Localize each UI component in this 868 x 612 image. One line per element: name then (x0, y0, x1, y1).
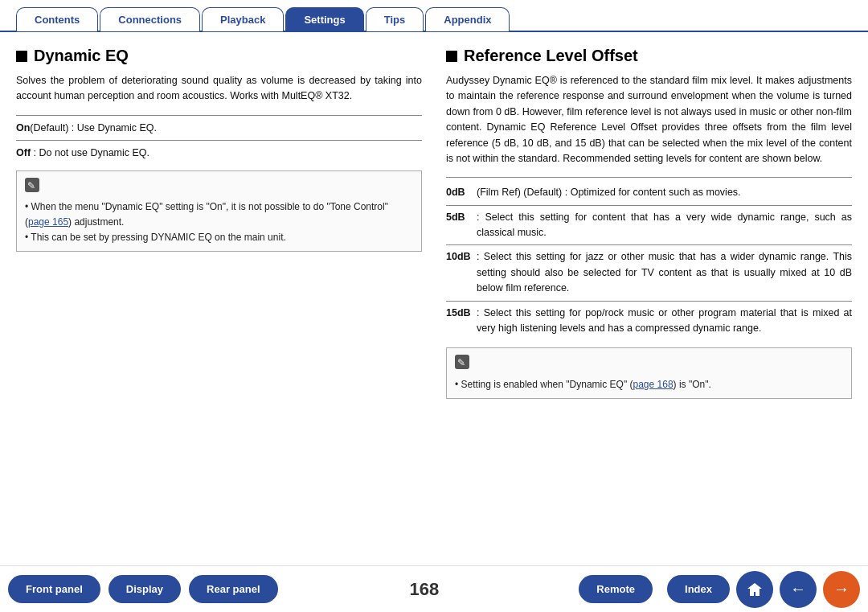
main-content: Dynamic EQ Solves the problem of deterio… (0, 32, 868, 565)
right-note-link[interactable]: page 168 (633, 379, 674, 390)
tab-connections[interactable]: Connections (100, 7, 200, 31)
left-note-block: • When the menu "Dynamic EQ" setting is … (16, 170, 422, 252)
footer-btn-display[interactable]: Display (108, 575, 181, 603)
tab-playback[interactable]: Playback (202, 7, 284, 31)
right-note-block: • Setting is enabled when "Dynamic EQ" (… (446, 347, 852, 399)
ref-row-0: 0dB (Film Ref) (Default) : Optimized for… (446, 185, 852, 200)
footer-page-number: 168 (394, 579, 456, 600)
footer-btn-front-panel[interactable]: Front panel (8, 575, 100, 603)
left-section-title: Dynamic EQ (16, 47, 422, 65)
right-section-title: Reference Level Offset (446, 47, 852, 65)
ref-text-3: : Select this setting for pop/rock music… (477, 306, 852, 337)
ref-label-2: 10dB (446, 249, 477, 296)
ref-row-1: 5dB : Select this setting for content th… (446, 210, 852, 241)
right-square-icon (446, 51, 457, 62)
footer: Front panelDisplayRear panel 168 RemoteI… (0, 565, 868, 612)
ref-text-1: : Select this setting for content that h… (477, 210, 852, 241)
setting-off-label: Off (16, 147, 31, 158)
left-note-text-2: This can be set by pressing DYNAMIC EQ o… (31, 232, 285, 243)
ref-label-0: 0dB (446, 185, 477, 200)
setting-off-row: Off : Do not use Dynamic EQ. (16, 145, 422, 161)
setting-off-text: : Do not use Dynamic EQ. (31, 147, 149, 158)
ref-text-2: : Select this setting for jazz or other … (477, 249, 852, 296)
footer-btn-rear-panel[interactable]: Rear panel (189, 575, 277, 603)
left-divider-2 (16, 140, 422, 141)
tab-contents[interactable]: Contents (16, 7, 98, 31)
footer-right: RemoteIndex←→ (571, 571, 860, 608)
forward-button[interactable]: → (823, 571, 860, 608)
ref-label-1: 5dB (446, 210, 477, 241)
tab-settings[interactable]: Settings (285, 7, 363, 31)
tabs-bar: ContentsConnectionsPlaybackSettingsTipsA… (0, 0, 868, 32)
setting-on-label: On (16, 122, 30, 133)
ref-text-0: (Film Ref) (Default) : Optimized for con… (477, 185, 852, 200)
setting-on-text: (Default) : Use Dynamic EQ. (30, 122, 157, 133)
right-settings-list: 0dB (Film Ref) (Default) : Optimized for… (446, 182, 852, 339)
right-divider-1 (446, 177, 852, 178)
setting-on-row: On(Default) : Use Dynamic EQ. (16, 120, 422, 136)
left-column: Dynamic EQ Solves the problem of deterio… (16, 47, 422, 557)
right-title: Reference Level Offset (464, 47, 638, 65)
left-square-icon (16, 51, 27, 62)
footer-btn-remote[interactable]: Remote (579, 575, 653, 603)
left-title: Dynamic EQ (34, 47, 129, 65)
tab-tips[interactable]: Tips (366, 7, 424, 31)
right-note-icon (455, 355, 469, 369)
ref-row-3: 15dB : Select this setting for pop/rock … (446, 306, 852, 337)
left-divider-1 (16, 115, 422, 116)
back-button[interactable]: ← (780, 571, 817, 608)
footer-left: Front panelDisplayRear panel (0, 575, 278, 603)
home-button[interactable] (736, 571, 773, 608)
right-column: Reference Level Offset Audyssey Dynamic … (446, 47, 852, 557)
right-intro: Audyssey Dynamic EQ® is referenced to th… (446, 73, 852, 166)
tab-appendix[interactable]: Appendix (425, 7, 510, 31)
left-note-line-2: • This can be set by pressing DYNAMIC EQ… (25, 230, 413, 245)
left-intro: Solves the problem of deteriorating soun… (16, 73, 422, 105)
ref-row-2: 10dB : Select this setting for jazz or o… (446, 249, 852, 296)
footer-btn-index[interactable]: Index (667, 575, 730, 603)
right-note-line-1: • Setting is enabled when "Dynamic EQ" (… (455, 377, 843, 392)
left-note-icon (25, 178, 39, 192)
ref-label-3: 15dB (446, 306, 477, 337)
left-note-line-1: • When the menu "Dynamic EQ" setting is … (25, 199, 413, 229)
left-note-link-1[interactable]: page 165 (28, 216, 68, 228)
